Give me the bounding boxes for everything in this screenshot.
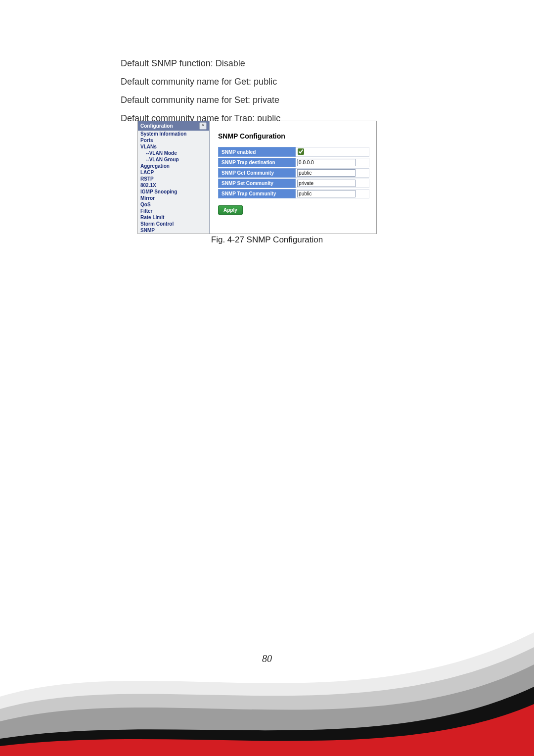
defaults-text: Default SNMP function: Disable Default c… [121, 54, 280, 128]
sidebar-item-qos[interactable]: QoS [138, 201, 209, 208]
label-get-community: SNMP Get Community [218, 168, 296, 178]
defaults-line-3: Default community name for Set: private [121, 91, 280, 109]
sidebar-item-lacp[interactable]: LACP [138, 169, 209, 176]
sidebar-item-storm-control[interactable]: Storm Control [138, 221, 209, 227]
scroll-up-icon[interactable]: ^ [199, 122, 207, 130]
row-trap-community: SNMP Trap Community [218, 189, 369, 198]
apply-button[interactable]: Apply [218, 205, 243, 215]
sidebar-item-mirror[interactable]: Mirror [138, 195, 209, 201]
defaults-line-1: Default SNMP function: Disable [121, 54, 280, 73]
label-trap-community: SNMP Trap Community [218, 189, 296, 198]
sidebar-item-ports[interactable]: Ports [138, 137, 209, 143]
sidebar-item-igmp-snooping[interactable]: IGMP Snooping [138, 189, 209, 195]
config-sidebar: Configuration ^ System Information Ports… [138, 121, 210, 234]
label-snmp-enabled: SNMP enabled [218, 147, 296, 157]
row-get-community: SNMP Get Community [218, 168, 369, 178]
page-title: SNMP Configuration [218, 132, 371, 140]
input-trap-destination[interactable] [297, 159, 356, 166]
figure-caption: Fig. 4-27 SNMP Configuration [0, 235, 534, 245]
row-snmp-enabled: SNMP enabled [218, 147, 369, 157]
snmp-config-figure: Configuration ^ System Information Ports… [137, 121, 377, 234]
sidebar-item-rstp[interactable]: RSTP [138, 176, 209, 182]
sidebar-item-rate-limit[interactable]: Rate Limit [138, 214, 209, 221]
sidebar-item-aggregation[interactable]: Aggregation [138, 163, 209, 169]
sidebar-item-8021x[interactable]: 802.1X [138, 182, 209, 189]
row-set-community: SNMP Set Community [218, 179, 369, 188]
sidebar-item-system-information[interactable]: System Information [138, 131, 209, 137]
sidebar-item-snmp[interactable]: SNMP [138, 227, 209, 234]
defaults-line-2: Default community name for Get: public [121, 73, 280, 91]
sidebar-item-vlan-group[interactable]: --VLAN Group [138, 156, 209, 163]
input-trap-community[interactable] [297, 190, 356, 197]
checkbox-snmp-enabled[interactable] [298, 148, 304, 155]
sidebar-header: Configuration ^ [138, 121, 209, 131]
sidebar-item-vlans[interactable]: VLANs [138, 143, 209, 150]
sidebar-item-vlan-mode[interactable]: --VLAN Mode [138, 150, 209, 156]
sidebar-item-filter[interactable]: Filter [138, 208, 209, 214]
sidebar-header-label: Configuration [140, 123, 173, 129]
footer-graphic [0, 622, 534, 756]
row-trap-destination: SNMP Trap destination [218, 158, 369, 167]
main-content: SNMP Configuration SNMP enabled SNMP Tra… [210, 121, 376, 234]
input-set-community[interactable] [297, 180, 356, 187]
label-set-community: SNMP Set Community [218, 179, 296, 188]
snmp-table: SNMP enabled SNMP Trap destination SNMP … [218, 146, 369, 199]
input-get-community[interactable] [297, 169, 356, 177]
label-trap-destination: SNMP Trap destination [218, 158, 296, 167]
